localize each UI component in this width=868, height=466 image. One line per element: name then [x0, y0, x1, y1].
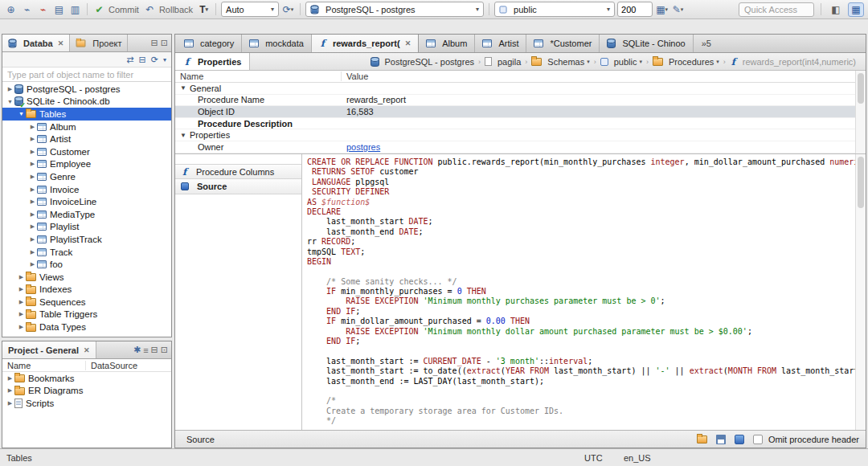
expand-arrow-icon[interactable]: ▶ [28, 261, 37, 268]
expand-arrow-icon[interactable]: ▶ [17, 286, 26, 292]
tree-item[interactable]: ▶Invoice [2, 183, 171, 196]
tree-item[interactable]: ▶Data Types [2, 321, 171, 333]
tab-database-navigator[interactable]: Databa ✕ [2, 35, 70, 51]
tree-item[interactable]: ▶Playlist [2, 221, 171, 234]
property-row[interactable]: Object ID16,583 [175, 106, 866, 118]
project-item[interactable]: ▶Bookmarks [2, 372, 171, 385]
property-row[interactable]: ▼General [175, 83, 866, 95]
expand-arrow-icon[interactable]: ▶ [28, 124, 37, 130]
tree-item[interactable]: ▶InvoiceLine [2, 195, 171, 208]
list-view-icon[interactable]: ≡ [143, 345, 148, 355]
link-with-editor-icon[interactable]: ⇄ [126, 55, 133, 65]
result-set-options-icon[interactable]: ▦▾ [655, 2, 669, 17]
gear-icon[interactable]: ✱ [133, 345, 141, 355]
tree-item[interactable]: ▶Track [2, 246, 171, 259]
scrollbar-thumb[interactable] [858, 73, 864, 104]
grid-column-value[interactable]: Value [342, 72, 368, 81]
source-code-viewer[interactable]: CREATE OR REPLACE FUNCTION public.reward… [302, 154, 855, 430]
editor-tab-artist[interactable]: Artist [475, 35, 526, 52]
edit-tools-icon[interactable]: ✎▾ [671, 2, 685, 17]
tree-item[interactable]: ▶foo [2, 258, 171, 271]
tree-item[interactable]: ▶Employee [2, 158, 171, 171]
editor-tab-sqlitechinoo[interactable]: SQLite - Chinoo [600, 35, 693, 52]
column-header-name[interactable]: Name [2, 361, 86, 370]
expand-arrow-icon[interactable]: ▶ [6, 86, 14, 92]
expand-arrow-icon[interactable]: ▶ [28, 136, 37, 142]
show-in-panel-icon[interactable] [735, 435, 744, 444]
expand-arrow-icon[interactable]: ▶ [28, 223, 37, 230]
expand-arrow-icon[interactable]: ▶ [28, 236, 37, 243]
maximize-icon[interactable]: ⊡ [161, 38, 168, 48]
fetch-size-input[interactable] [617, 2, 653, 17]
tree-item[interactable]: ▶PlaylistTrack [2, 233, 171, 246]
collapse-triangle-icon[interactable]: ▼ [180, 132, 190, 139]
active-connection-combo[interactable]: PostgreSQL - postgres ▾ [305, 2, 484, 17]
minimize-icon[interactable]: ⊟ [151, 345, 158, 355]
expand-arrow-icon[interactable]: ▶ [28, 211, 37, 218]
new-connection-icon[interactable]: ⊕ [4, 2, 18, 17]
minimize-icon[interactable]: ⊟ [151, 38, 158, 48]
maximize-icon[interactable]: ⊡ [161, 345, 168, 355]
save-icon[interactable] [716, 435, 726, 444]
editor-tab-customer[interactable]: *Customer [526, 35, 600, 52]
property-value-text[interactable]: postgres [346, 142, 380, 152]
omit-procedure-header-checkbox[interactable] [753, 435, 763, 444]
close-icon[interactable]: ✕ [58, 39, 64, 47]
section-procedure-columns[interactable]: fProcedure Columns [175, 164, 301, 179]
tree-item[interactable]: ▶Artist [2, 133, 171, 145]
perspective-other-icon[interactable]: ◧ [828, 2, 844, 17]
tree-item[interactable]: ▶PostgreSQL - postgres [2, 83, 171, 96]
expand-arrow-icon[interactable]: ▶ [6, 387, 14, 394]
editor-tab-category[interactable]: category [177, 35, 242, 52]
transaction-mode-icon[interactable]: T▾ [197, 2, 211, 17]
tree-item[interactable]: ▶Table Triggers [2, 309, 171, 321]
expand-arrow-icon[interactable]: ▶ [6, 400, 14, 407]
expand-arrow-icon[interactable]: ▶ [17, 274, 26, 280]
expand-arrow-icon[interactable]: ▶ [6, 375, 14, 382]
close-icon[interactable]: ✕ [84, 346, 90, 354]
expand-arrow-icon[interactable]: ▶ [28, 174, 37, 180]
property-row[interactable]: ▼Properties [175, 129, 866, 141]
expand-arrow-icon[interactable]: ▶ [28, 249, 37, 255]
project-item[interactable]: ▶ER Diagrams [2, 385, 171, 398]
refresh-navigator-icon[interactable]: ⟳ [151, 55, 158, 65]
tab-overflow-indicator[interactable]: »5 [694, 35, 719, 52]
grid-column-name[interactable]: Name [175, 72, 342, 81]
navigator-menu-icon[interactable]: ▾ [163, 56, 166, 63]
omit-procedure-header-label[interactable]: Omit procedure header [768, 435, 859, 444]
new-sql-editor-icon[interactable]: ▤ [52, 2, 66, 17]
expand-arrow-icon[interactable]: ▶ [28, 149, 37, 155]
grid-scrollbar[interactable] [855, 71, 866, 153]
expand-arrow-icon[interactable]: ▶ [17, 311, 26, 317]
tree-item[interactable]: ▶Customer [2, 145, 171, 158]
expand-arrow-icon[interactable]: ▶ [28, 198, 37, 205]
tree-item[interactable]: ▶MediaType [2, 208, 171, 221]
expand-arrow-icon[interactable]: ▶ [28, 186, 37, 193]
tab-properties[interactable]: f Properties [175, 53, 250, 70]
rollback-button[interactable]: Rollback [159, 5, 193, 14]
open-folder-icon[interactable] [697, 435, 707, 444]
editor-tab-album[interactable]: Album [419, 35, 475, 52]
expand-arrow-icon[interactable]: ▶ [17, 299, 26, 305]
tree-item[interactable]: ▶Sequences [2, 296, 171, 309]
tree-item[interactable]: ▶Genre [2, 170, 171, 183]
tree-item[interactable]: ▼SQLite - Chinook.db [2, 96, 171, 108]
collapse-triangle-icon[interactable]: ▼ [180, 84, 190, 92]
source-tab-label[interactable]: Source [186, 435, 215, 444]
tree-item[interactable]: ▼Tables [2, 108, 171, 121]
connect-icon[interactable]: ⌁ [20, 2, 34, 17]
perspective-dbeaver-icon[interactable]: ▦ [848, 2, 864, 17]
collapse-all-icon[interactable]: ⊟ [139, 55, 146, 65]
property-row[interactable]: Procedure Namerewards_report [175, 95, 866, 107]
tab-projects[interactable]: Проект [70, 35, 128, 51]
expand-arrow-icon[interactable]: ▶ [17, 324, 26, 330]
breadcrumb-item[interactable]: Procedures▾ [651, 56, 721, 67]
tree-item[interactable]: ▶Indexes [2, 284, 171, 296]
breadcrumb-item[interactable]: PostgreSQL - postgres [369, 56, 476, 67]
object-filter-input[interactable] [2, 67, 171, 82]
rollback-icon[interactable]: ↶ [143, 2, 157, 17]
close-icon[interactable]: ✕ [405, 39, 411, 47]
column-header-datasource[interactable]: DataSource [86, 361, 137, 370]
property-row[interactable]: Procedure Description [175, 118, 866, 130]
tree-item[interactable]: ▶Views [2, 271, 171, 284]
